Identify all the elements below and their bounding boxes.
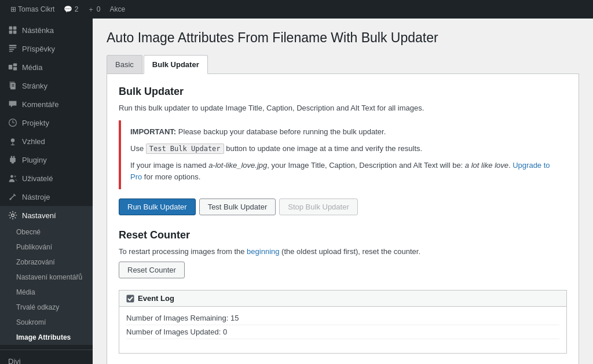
notice-box: IMPORTANT: IMPORTANT: Please backup your… [119, 120, 567, 189]
notice-line3: If your image is named a-lot-like_love.j… [130, 160, 558, 184]
sidebar-label-pluginy: Pluginy [22, 156, 47, 164]
test-bulk-updater-button[interactable]: Test Bulk Updater [199, 198, 276, 215]
reset-counter-desc: To restart processing images from the be… [119, 247, 567, 256]
event-log: Event Log Number of Images Remaining: 15… [119, 290, 567, 354]
bulk-updater-buttons: Run Bulk Updater Test Bulk Updater Stop … [119, 198, 567, 215]
main-content: Auto Image Attributes From Filename With… [93, 19, 593, 364]
svg-point-16 [11, 138, 14, 142]
pages-icon [8, 81, 17, 90]
content-panel: Bulk Updater Run this bulk updater to up… [107, 74, 579, 364]
svg-rect-8 [9, 65, 12, 69]
sidebar-sub-trvale[interactable]: Trvalé odkazy [0, 300, 93, 315]
test-bulk-updater-code: Test Bulk Updater [146, 144, 224, 154]
sidebar-divi-section: Divi Zmenšit menu [0, 350, 93, 364]
sidebar-item-uzivatele[interactable]: Uživatelé [0, 169, 93, 187]
topbar-comments[interactable]: 💬 2 [59, 5, 83, 13]
event-log-body: Number of Images Remaining: 15 Number of… [119, 307, 566, 353]
tab-bulk-updater[interactable]: Bulk Updater [144, 55, 208, 74]
sidebar-item-divi[interactable]: Divi [0, 352, 93, 364]
svg-rect-4 [9, 45, 17, 46]
bulk-updater-title: Bulk Updater [119, 86, 567, 98]
media-icon [8, 62, 17, 72]
notice-line2: Use Test Bulk Updater button to update o… [130, 143, 558, 155]
event-log-header: Event Log [119, 291, 566, 307]
sidebar-sub-publikovani[interactable]: Publikování [0, 240, 93, 255]
svg-rect-19 [10, 158, 16, 162]
sidebar-label-prispevky: Příspěvky [22, 45, 55, 53]
event-log-line-1: Number of Images Updated: 0 [126, 325, 559, 339]
settings-icon [8, 211, 17, 220]
event-log-icon [126, 295, 134, 303]
sidebar-item-komentare[interactable]: Komentáře [0, 95, 93, 113]
sidebar-item-nastroje[interactable]: Nástroje [0, 187, 93, 206]
tab-basic[interactable]: Basic [107, 55, 142, 73]
topbar-akce[interactable]: Akce [105, 5, 130, 13]
run-bulk-updater-button[interactable]: Run Bulk Updater [119, 198, 196, 215]
sidebar-label-media: Média [22, 63, 42, 72]
svg-rect-17 [11, 156, 12, 158]
page-title: Auto Image Attributes From Filename With… [107, 30, 579, 46]
sidebar-label-nastenska: Nástěnka [22, 26, 54, 35]
sidebar-label-uzivatele: Uživatelé [22, 174, 53, 183]
sidebar-label-vzhled: Vzhled [22, 137, 45, 146]
sidebar: Nástěnka Příspěvky Média Stránky Komentá… [0, 19, 93, 364]
sidebar-label-komentare: Komentáře [22, 100, 59, 109]
dashboard-icon [8, 25, 17, 35]
svg-point-23 [9, 198, 11, 200]
comments-icon [8, 100, 17, 109]
svg-rect-7 [9, 51, 13, 52]
sidebar-item-media[interactable]: Média [0, 58, 93, 76]
svg-point-21 [10, 175, 13, 178]
sidebar-sub-komentaru[interactable]: Nastavení komentářů [0, 270, 93, 285]
svg-rect-20 [12, 162, 14, 163]
sidebar-sub-obecne[interactable]: Obecné [0, 225, 93, 240]
beginning-link[interactable]: beginning [247, 247, 279, 256]
svg-rect-0 [9, 27, 13, 30]
nastaveni-submenu: Obecné Publikování Zobrazování Nastavení… [0, 225, 93, 345]
sidebar-item-vzhled[interactable]: Vzhled [0, 132, 93, 150]
svg-rect-2 [9, 31, 13, 34]
tools-icon [8, 192, 17, 201]
svg-point-22 [14, 175, 16, 177]
sidebar-label-stranky: Stránky [22, 82, 47, 90]
sidebar-label-nastroje: Nástroje [22, 193, 50, 201]
sidebar-item-prispevky[interactable]: Příspěvky [0, 39, 93, 58]
topbar-new[interactable]: ＋ 0 [83, 5, 105, 14]
sidebar-sub-zobrazovani[interactable]: Zobrazování [0, 255, 93, 270]
sidebar-item-pluginy[interactable]: Pluginy [0, 150, 93, 169]
users-icon [8, 174, 17, 183]
svg-rect-9 [13, 64, 17, 67]
svg-rect-25 [127, 295, 134, 302]
sidebar-label-projekty: Projekty [22, 119, 49, 127]
top-bar: ⊞ Tomas Cikrt 💬 2 ＋ 0 Akce [0, 0, 593, 19]
topbar-user[interactable]: ⊞ Tomas Cikrt [6, 5, 59, 13]
event-log-line-0: Number of Images Remaining: 15 [126, 311, 559, 325]
sidebar-item-stranky[interactable]: Stránky [0, 76, 93, 95]
svg-rect-18 [13, 156, 14, 158]
sidebar-sub-image-attributes[interactable]: Image Attributes [0, 330, 93, 345]
stop-bulk-updater-button: Stop Bulk Updater [279, 198, 358, 215]
sidebar-item-nastaveni[interactable]: Nastavení [0, 206, 93, 225]
svg-rect-10 [13, 67, 17, 71]
sidebar-sub-soukromi[interactable]: Soukromí [0, 315, 93, 330]
notice-line1: IMPORTANT: IMPORTANT: Please backup your… [130, 126, 558, 138]
sidebar-item-projekty[interactable]: Projekty [0, 113, 93, 132]
svg-rect-3 [13, 31, 17, 34]
posts-icon [8, 44, 17, 53]
sidebar-sub-media[interactable]: Média [0, 285, 93, 300]
sidebar-label-divi: Divi [8, 357, 21, 364]
svg-point-24 [12, 214, 14, 217]
svg-rect-6 [9, 49, 14, 50]
plugins-icon [8, 155, 17, 164]
event-log-title: Event Log [138, 294, 174, 303]
tabs: Basic Bulk Updater [107, 55, 579, 74]
reset-counter-section: Reset Counter To restart processing imag… [119, 229, 567, 278]
svg-rect-1 [13, 27, 17, 30]
svg-rect-5 [9, 47, 17, 49]
reset-counter-button[interactable]: Reset Counter [119, 262, 185, 278]
reset-counter-title: Reset Counter [119, 229, 567, 241]
bulk-updater-desc: Run this bulk updater to update Image Ti… [119, 104, 567, 112]
projects-icon [8, 118, 17, 127]
appearance-icon [8, 137, 17, 146]
sidebar-item-nastenska[interactable]: Nástěnka [0, 21, 93, 39]
